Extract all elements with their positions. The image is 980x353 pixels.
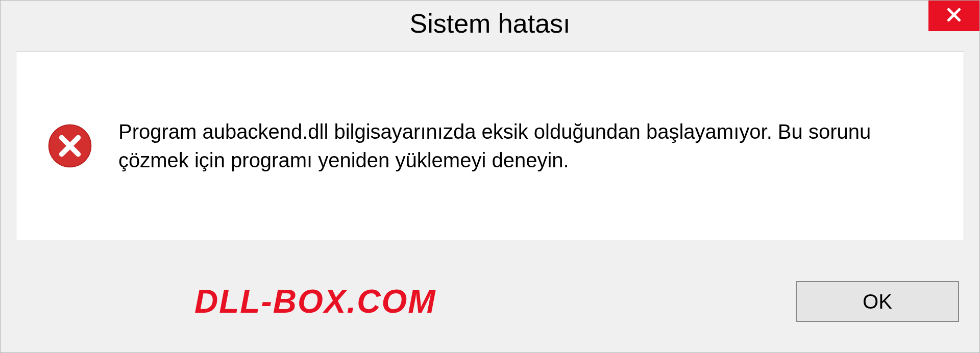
close-icon — [945, 6, 963, 26]
error-message: Program aubackend.dll bilgisayarınızda e… — [118, 117, 933, 174]
footer: DLL-BOX.COM OK — [1, 261, 979, 352]
error-icon — [47, 123, 93, 169]
close-button[interactable] — [928, 1, 979, 31]
ok-button[interactable]: OK — [796, 281, 959, 322]
titlebar: Sistem hatası — [1, 1, 979, 46]
dialog-title: Sistem hatası — [409, 8, 570, 39]
watermark-text: DLL-BOX.COM — [194, 283, 436, 320]
content-panel: Program aubackend.dll bilgisayarınızda e… — [16, 52, 964, 240]
